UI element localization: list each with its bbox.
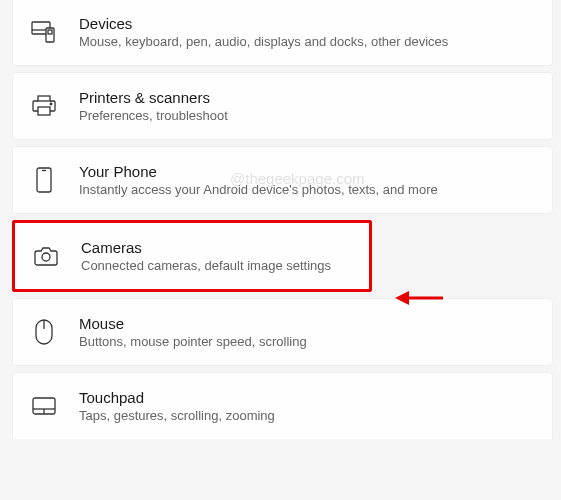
devices-icon <box>31 19 57 45</box>
camera-icon <box>33 243 59 269</box>
item-subtitle: Connected cameras, default image setting… <box>81 258 331 273</box>
item-title: Mouse <box>79 315 307 332</box>
touchpad-icon <box>31 393 57 419</box>
mouse-icon <box>31 319 57 345</box>
item-title: Devices <box>79 15 448 32</box>
settings-item-printers[interactable]: Printers & scanners Preferences, trouble… <box>12 72 553 140</box>
item-subtitle: Mouse, keyboard, pen, audio, displays an… <box>79 34 448 49</box>
settings-list: Devices Mouse, keyboard, pen, audio, dis… <box>0 0 561 439</box>
text-wrap: Mouse Buttons, mouse pointer speed, scro… <box>79 315 307 349</box>
item-subtitle: Instantly access your Android device's p… <box>79 182 438 197</box>
item-title: Printers & scanners <box>79 89 228 106</box>
settings-item-devices[interactable]: Devices Mouse, keyboard, pen, audio, dis… <box>12 0 553 66</box>
settings-item-touchpad[interactable]: Touchpad Taps, gestures, scrolling, zoom… <box>12 372 553 439</box>
settings-item-cameras[interactable]: Cameras Connected cameras, default image… <box>12 220 372 292</box>
item-title: Cameras <box>81 239 331 256</box>
svg-point-6 <box>50 103 52 105</box>
text-wrap: Cameras Connected cameras, default image… <box>81 239 331 273</box>
text-wrap: Devices Mouse, keyboard, pen, audio, dis… <box>79 15 448 49</box>
item-subtitle: Taps, gestures, scrolling, zooming <box>79 408 275 423</box>
item-title: Touchpad <box>79 389 275 406</box>
printer-icon <box>31 93 57 119</box>
svg-point-9 <box>42 253 50 261</box>
item-subtitle: Buttons, mouse pointer speed, scrolling <box>79 334 307 349</box>
svg-rect-4 <box>38 96 50 101</box>
svg-rect-7 <box>37 168 51 192</box>
svg-rect-5 <box>38 107 50 115</box>
settings-item-mouse[interactable]: Mouse Buttons, mouse pointer speed, scro… <box>12 298 553 366</box>
text-wrap: Your Phone Instantly access your Android… <box>79 163 438 197</box>
phone-icon <box>31 167 57 193</box>
item-subtitle: Preferences, troubleshoot <box>79 108 228 123</box>
item-title: Your Phone <box>79 163 438 180</box>
text-wrap: Printers & scanners Preferences, trouble… <box>79 89 228 123</box>
settings-item-your-phone[interactable]: Your Phone Instantly access your Android… <box>12 146 553 214</box>
text-wrap: Touchpad Taps, gestures, scrolling, zoom… <box>79 389 275 423</box>
